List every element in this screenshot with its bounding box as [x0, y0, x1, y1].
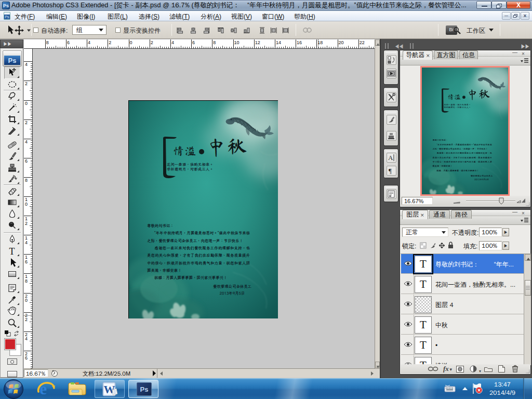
svg-text:¶: ¶ — [389, 167, 392, 175]
svg-text:A: A — [388, 154, 393, 162]
svg-text:T: T — [9, 246, 15, 256]
